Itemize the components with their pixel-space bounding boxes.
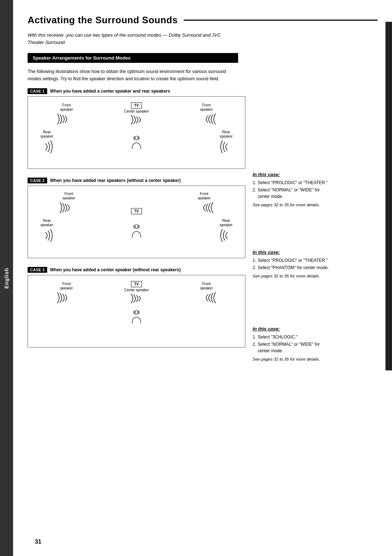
case2-tv: TV — [131, 208, 142, 215]
section-description: The following illustrations show how to … — [28, 68, 234, 82]
language-label: English — [4, 268, 9, 289]
case2-listener-icon — [129, 223, 144, 239]
note-3-item-2: 2. Select "NORMAL" or "WIDE" for center … — [253, 341, 332, 354]
subtitle-text: With this receiver, you can use two type… — [28, 32, 238, 46]
front-left-speaker-icon — [56, 112, 77, 126]
case3-front-right-icon — [196, 291, 217, 305]
front-right-speaker-icon — [196, 112, 217, 126]
case3-front-left: Frontspeaker — [56, 282, 77, 305]
note-2-item-1: 1. Select "PROLOGIC" or "THEATER." — [253, 257, 332, 264]
tv-box: TV — [131, 102, 142, 109]
note-3-see: See pages 32 to 35 for more details. — [253, 356, 332, 362]
note-1-title: In this case: — [253, 172, 332, 177]
case-3-label-row: CASE 3 When you have added a center spea… — [28, 267, 245, 273]
case3-front-right: Frontspeaker — [196, 282, 217, 305]
case3-tv-center: TV Center speaker — [124, 281, 149, 305]
note-1-block: In this case: 1. Select "PROLOGIC" or "T… — [253, 172, 332, 208]
case-1-block: CASE 1 When you have added a center spea… — [28, 88, 245, 169]
svg-point-0 — [134, 136, 138, 140]
case-1-description: When you have added a center speaker and… — [50, 89, 170, 94]
notes-column: In this case: 1. Select "PROLOGIC" or "T… — [253, 88, 332, 373]
section-header: Speaker Arrangements for Surround Modes — [28, 53, 238, 63]
case2-front-left-icon — [58, 200, 80, 215]
case3-center-speaker-icon — [127, 292, 146, 305]
case2-listener — [129, 223, 144, 239]
note-3-block: In this case: 1. Select "3CHLOGIC." 2. S… — [253, 326, 332, 362]
listener-icon — [129, 134, 144, 151]
case-3-block: CASE 3 When you have added a center spea… — [28, 267, 245, 348]
case3-listener-icon — [129, 309, 144, 325]
title-section: Activating the Surround Sounds — [28, 15, 377, 26]
case1-tv-center: TV Center speaker — [124, 102, 149, 126]
case-2-label-row: CASE 2 When you have added rear speakers… — [28, 178, 245, 183]
case2-rear-right: Rearspeaker — [219, 219, 233, 244]
right-decorative-bar — [385, 22, 392, 370]
page-title: Activating the Surround Sounds — [28, 15, 178, 26]
center-speaker-icon — [127, 114, 146, 126]
note-1-item-2: 2. Select "NORMAL" or "WIDE" for center … — [253, 187, 332, 200]
case-1-diagram: Frontspeaker TV Center speak — [28, 96, 245, 169]
case-2-diagram: Frontspeaker TV — [28, 186, 245, 258]
case2-rear-right-icon — [219, 227, 233, 244]
case-2-description: When you have added rear speakers (witho… — [50, 178, 181, 183]
case1-front-left: Frontspeaker — [56, 103, 77, 126]
cases-and-notes: CASE 1 When you have added a center spea… — [28, 88, 377, 373]
page-container: English Activating the Surround Sounds W… — [0, 0, 392, 556]
case-3-description: When you have added a center speaker (wi… — [50, 267, 181, 272]
sidebar: English — [0, 0, 13, 556]
note-1-see: See pages 32 to 35 for more details. — [253, 202, 332, 208]
case3-listener — [129, 309, 144, 325]
note-2-list: 1. Select "PROLOGIC" or "THEATER." 2. Se… — [253, 257, 332, 271]
case3-front-left-icon — [56, 291, 77, 305]
note-2-item-2: 2. Select "PHANTOM" for center mode. — [253, 264, 332, 271]
note-1-item-1: 1. Select "PROLOGIC" or "THEATER." — [253, 179, 332, 186]
title-line — [184, 20, 377, 21]
case3-tv-box: TV — [131, 281, 142, 287]
case2-front-right-icon — [193, 200, 215, 215]
case-3-badge: CASE 3 — [28, 267, 47, 273]
case1-rear-right: Rearspeaker — [219, 130, 233, 155]
svg-point-3 — [134, 225, 138, 229]
note-2-block: In this case: 1. Select "PROLOGIC" or "T… — [253, 249, 332, 279]
page-number: 31 — [35, 539, 41, 545]
case2-front-left: Frontspeaker — [58, 192, 80, 215]
note-2-see: See pages 32 to 35 for more details. — [253, 273, 332, 279]
main-content: Activating the Surround Sounds With this… — [13, 0, 392, 556]
case1-rear-left: Rearspeaker — [40, 130, 54, 155]
case-1-badge: CASE 1 — [28, 88, 47, 94]
note-1-list: 1. Select "PROLOGIC" or "THEATER." 2. Se… — [253, 179, 332, 200]
note-3-title: In this case: — [253, 326, 332, 332]
cases-column: CASE 1 When you have added a center spea… — [28, 88, 245, 373]
case1-listener — [129, 134, 144, 151]
note-3-item-1: 1. Select "3CHLOGIC." — [253, 334, 332, 340]
note-3-list: 1. Select "3CHLOGIC." 2. Select "NORMAL"… — [253, 334, 332, 354]
rear-right-speaker-icon — [219, 139, 233, 155]
svg-point-6 — [134, 311, 138, 314]
rear-left-speaker-icon — [40, 139, 54, 155]
case1-front-right: Frontspeaker — [196, 103, 217, 126]
case-2-block: CASE 2 When you have added rear speakers… — [28, 178, 245, 258]
case2-rear-left-icon — [40, 227, 54, 244]
case2-front-right: Frontspeaker — [193, 192, 215, 215]
case2-rear-left: Rearspeaker — [40, 219, 54, 244]
case-2-badge: CASE 2 — [28, 178, 47, 183]
note-2-title: In this case: — [253, 249, 332, 255]
case2-tv-box: TV — [131, 208, 142, 214]
case-1-label-row: CASE 1 When you have added a center spea… — [28, 88, 245, 94]
case-3-diagram: Frontspeaker TV Center speak — [28, 275, 245, 348]
